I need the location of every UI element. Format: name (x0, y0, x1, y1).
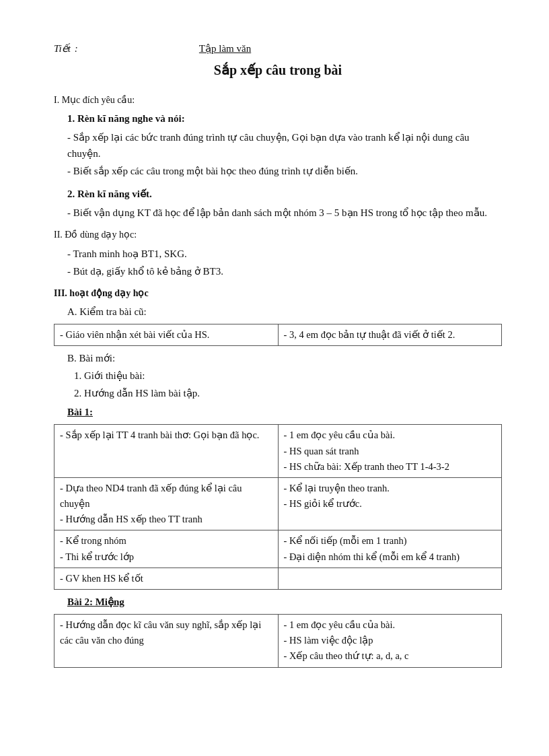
section2-label: II. Đồ dùng dạy học: (54, 228, 502, 242)
tiet-label: Tiết (54, 40, 71, 57)
table-row: - Giáo viên nhận xét bài viết của HS. - … (54, 324, 502, 346)
section3: III. hoạt động dạy học A. Kiểm tra bài c… (54, 286, 502, 668)
section3-intro2: 2. Hướng dẫn HS làm bài tập. (74, 385, 502, 401)
header-row: Tiết : Tập làm văn (54, 40, 502, 57)
section3-label: III. hoạt động dạy học (54, 286, 502, 301)
bai2-table: - Hướng dẫn đọc kĩ câu văn suy nghĩ, sắp… (54, 614, 502, 668)
bai1-left-1: - Sắp xếp lại TT 4 tranh bài thơ: Gọi bạ… (54, 425, 279, 478)
bai1-right-3: - Kể nối tiếp (mỗi em 1 tranh)- Đại diện… (278, 530, 502, 568)
subject-label: Tập làm văn (199, 40, 251, 57)
section1-label: I. Mục đích yêu cầu: (54, 93, 502, 108)
section2-line1: - Tranh minh hoạ BT1, SKG. (67, 246, 502, 262)
table-cell-left: - Giáo viên nhận xét bài viết của HS. (54, 324, 279, 346)
section1-sub1-title: 1. Rèn kĩ năng nghe và nói: (67, 110, 502, 127)
section3-intro1: 1. Giới thiệu bài: (74, 368, 502, 384)
table-row: - Sắp xếp lại TT 4 tranh bài thơ: Gọi bạ… (54, 425, 502, 478)
section2-line2: - Bút dạ, giấy khổ tô kẻ bảng ở BT3. (67, 263, 502, 279)
bai1-left-4: - GV khen HS kể tốt (54, 568, 279, 589)
bai1-right-2: - Kể lại truyện theo tranh.- HS giỏi kể … (278, 477, 502, 530)
section3-subsB: B. Bài mới: (67, 350, 502, 366)
bai2-right-1: - 1 em đọc yêu cầu của bài.- HS làm việc… (278, 615, 502, 668)
bai1-right-4 (278, 568, 502, 589)
bai2-left-1: - Hướng dẫn đọc kĩ câu văn suy nghĩ, sắp… (54, 615, 279, 668)
colon: : (75, 40, 78, 57)
bai1-left-2: - Dựa theo ND4 tranh đã xếp đúng kể lại … (54, 477, 279, 530)
main-title: Sắp xếp câu trong bài (54, 59, 502, 81)
bai2-title: Bài 2: Miệng (67, 594, 502, 610)
bai1-left-3: - Kể trong nhóm- Thi kể trước lớp (54, 530, 279, 568)
bai1-right-1: - 1 em đọc yêu cầu của bài.- HS quan sát… (278, 425, 502, 478)
section1: I. Mục đích yêu cầu: 1. Rèn kĩ năng nghe… (54, 93, 502, 221)
section3-subsA: A. Kiểm tra bài cũ: (67, 304, 502, 320)
table-row: - Hướng dẫn đọc kĩ câu văn suy nghĩ, sắp… (54, 615, 502, 668)
section2: II. Đồ dùng dạy học: - Tranh minh hoạ BT… (54, 228, 502, 279)
bai1-title: Bài 1: (67, 404, 502, 420)
section1-sub2-line1: - Biết vận dụng KT đã học để lập bản dan… (67, 205, 502, 221)
table-cell-right: - 3, 4 em đọc bản tự thuật đã viết ở tiế… (278, 324, 502, 346)
table-row: - GV khen HS kể tốt (54, 568, 502, 589)
kiemtra-table: - Giáo viên nhận xét bài viết của HS. - … (54, 324, 502, 346)
section1-sub2-title: 2. Rèn kĩ năng viết. (67, 186, 502, 202)
section1-sub1-line1: - Sắp xếp lại các bức tranh đúng trình t… (67, 129, 502, 162)
section1-sub1-line2: - Biết sắp xếp các câu trong một bài học… (67, 163, 502, 179)
bai1-table: - Sắp xếp lại TT 4 tranh bài thơ: Gọi bạ… (54, 424, 502, 590)
page: Tiết : Tập làm văn Sắp xếp câu trong bài… (0, 0, 549, 756)
table-row: - Kể trong nhóm- Thi kể trước lớp - Kể n… (54, 530, 502, 568)
table-row: - Dựa theo ND4 tranh đã xếp đúng kể lại … (54, 477, 502, 530)
